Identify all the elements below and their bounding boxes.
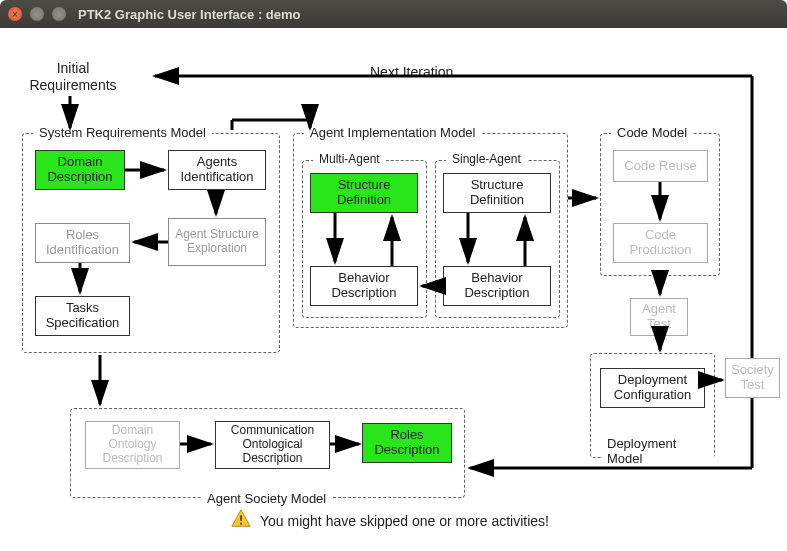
node-ma-structure-definition[interactable]: Structure Definition: [310, 173, 418, 213]
node-sa-structure-definition[interactable]: Structure Definition: [443, 173, 551, 213]
group-label-cm: Code Model: [611, 125, 693, 140]
node-code-reuse[interactable]: Code Reuse: [613, 150, 708, 182]
node-sa-behavior-description[interactable]: Behavior Description: [443, 266, 551, 306]
close-icon[interactable]: ×: [8, 7, 22, 21]
window-title: PTK2 Graphic User Interface : demo: [78, 7, 301, 22]
node-agent-test[interactable]: Agent Test: [630, 298, 688, 336]
node-communication-ontological-description[interactable]: Communication Ontological Description: [215, 421, 330, 469]
label-initial-requirements: Initial Requirements: [18, 60, 128, 94]
diagram-canvas: Initial Requirements Next Iteration Syst…: [0, 28, 787, 551]
node-roles-identification[interactable]: Roles Identification: [35, 223, 130, 263]
node-code-production[interactable]: Code Production: [613, 223, 708, 263]
node-domain-description[interactable]: Domain Description: [35, 150, 125, 190]
group-label-aim: Agent Implementation Model: [304, 125, 481, 140]
group-label-srm: System Requirements Model: [33, 125, 212, 140]
label-next-iteration: Next Iteration: [370, 64, 453, 80]
warning-icon: [230, 508, 252, 533]
node-agent-structure-exploration[interactable]: Agent Structure Exploration: [168, 218, 266, 266]
group-label-asm: Agent Society Model: [201, 491, 332, 506]
svg-rect-1: [240, 523, 242, 525]
node-roles-description[interactable]: Roles Description: [362, 423, 452, 463]
minimize-icon[interactable]: [30, 7, 44, 21]
group-label-sa: Single-Agent: [446, 152, 527, 166]
maximize-icon[interactable]: [52, 7, 66, 21]
node-ma-behavior-description[interactable]: Behavior Description: [310, 266, 418, 306]
node-domain-ontology-description[interactable]: Domain Ontology Description: [85, 421, 180, 469]
svg-rect-0: [240, 515, 242, 521]
node-society-test[interactable]: Society Test: [725, 358, 780, 398]
node-agents-identification[interactable]: Agents Identification: [168, 150, 266, 190]
node-tasks-specification[interactable]: Tasks Specification: [35, 296, 130, 336]
warning-bar: You might have skipped one or more activ…: [230, 508, 549, 533]
node-deployment-configuration[interactable]: Deployment Configuration: [600, 368, 705, 408]
window-titlebar: × PTK2 Graphic User Interface : demo: [0, 0, 787, 28]
group-label-ma: Multi-Agent: [313, 152, 386, 166]
warning-text: You might have skipped one or more activ…: [260, 513, 549, 529]
group-label-dm: Deployment Model: [601, 436, 714, 466]
